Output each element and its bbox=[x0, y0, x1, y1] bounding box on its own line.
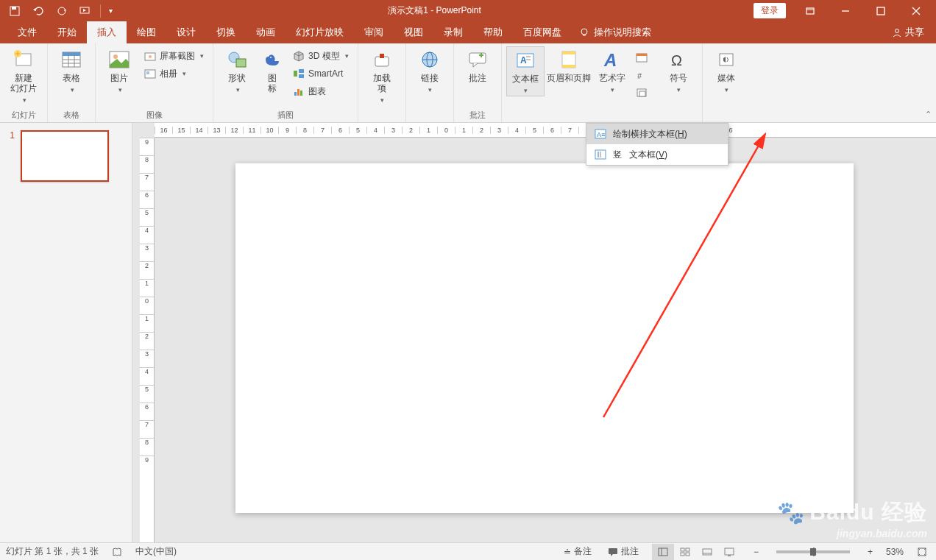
normal-view-button[interactable] bbox=[652, 544, 674, 560]
smartart-button[interactable]: SmartArt bbox=[288, 65, 353, 82]
object-button[interactable] bbox=[633, 85, 650, 101]
tab-baidu[interactable]: 百度网盘 bbox=[513, 21, 572, 43]
link-button[interactable]: 链接▾ bbox=[411, 46, 449, 95]
save-icon[interactable] bbox=[4, 2, 25, 20]
textbox-button[interactable]: A 文本框▾ bbox=[506, 46, 545, 96]
qat-customize-icon[interactable]: ▾ bbox=[105, 2, 116, 20]
sorter-view-button[interactable] bbox=[674, 544, 696, 560]
reading-view-button[interactable] bbox=[696, 544, 718, 560]
share-button[interactable]: 共享 bbox=[880, 21, 936, 43]
tell-me-search[interactable]: 操作说明搜索 bbox=[572, 21, 659, 43]
svg-point-10 bbox=[581, 29, 587, 35]
notes-button[interactable]: ≐ 备注 bbox=[561, 545, 595, 558]
vertical-textbox-icon bbox=[594, 148, 607, 161]
ribbon-display-icon[interactable] bbox=[793, 1, 827, 21]
slideshow-view-button[interactable] bbox=[718, 544, 740, 560]
tab-record[interactable]: 录制 bbox=[433, 21, 473, 43]
minimize-icon[interactable] bbox=[829, 1, 862, 21]
tab-design[interactable]: 设计 bbox=[166, 21, 206, 43]
tab-insert[interactable]: 插入 bbox=[87, 21, 127, 43]
tab-slideshow[interactable]: 幻灯片放映 bbox=[286, 21, 354, 43]
svg-rect-62 bbox=[609, 548, 617, 554]
slide-editor[interactable]: 1615141312111098765432101234567891011121… bbox=[132, 123, 936, 542]
svg-point-22 bbox=[113, 54, 118, 59]
svg-text:Ω: Ω bbox=[671, 52, 682, 68]
zoom-slider[interactable] bbox=[776, 550, 850, 553]
media-button[interactable]: 媒体▾ bbox=[707, 46, 745, 95]
svg-rect-28 bbox=[236, 59, 246, 67]
svg-point-29 bbox=[270, 57, 272, 58]
group-media: 媒体▾ bbox=[703, 43, 750, 122]
comments-button[interactable]: 批注 bbox=[605, 545, 642, 558]
svg-rect-34 bbox=[297, 89, 299, 96]
svg-rect-67 bbox=[681, 553, 684, 556]
header-footer-button[interactable]: 页眉和页脚 bbox=[546, 46, 592, 83]
zoom-in-button[interactable]: + bbox=[865, 547, 876, 557]
speaker-icon bbox=[715, 48, 738, 71]
number-icon: # bbox=[636, 69, 648, 81]
svg-rect-63 bbox=[659, 548, 667, 556]
group-comments: 批注 批注 bbox=[454, 43, 502, 122]
redo-icon[interactable] bbox=[52, 2, 72, 20]
comment-button[interactable]: 批注 bbox=[458, 46, 497, 83]
group-addins: 加载 项▾ bbox=[358, 43, 406, 122]
icons-button[interactable]: 图 标 bbox=[258, 46, 287, 93]
tab-view[interactable]: 视图 bbox=[394, 21, 433, 43]
chart-button[interactable]: 图表 bbox=[288, 83, 353, 99]
slide-count[interactable]: 幻灯片 第 1 张，共 1 张 bbox=[6, 545, 99, 558]
slide-thumbnails-pane[interactable]: 1 bbox=[0, 123, 132, 542]
undo-icon[interactable] bbox=[28, 2, 49, 20]
slideshow-from-start-icon[interactable] bbox=[75, 2, 96, 20]
chart-icon bbox=[293, 85, 305, 97]
svg-text:A: A bbox=[603, 50, 617, 69]
tab-review[interactable]: 审阅 bbox=[354, 21, 394, 43]
tab-animations[interactable]: 动画 bbox=[246, 21, 286, 43]
tab-help[interactable]: 帮助 bbox=[473, 21, 513, 43]
slide-canvas[interactable] bbox=[235, 163, 854, 513]
svg-rect-30 bbox=[294, 71, 297, 77]
group-illustrations: 形状▾ 图 标 3D 模型▾ SmartArt 图表 插图 bbox=[213, 43, 358, 122]
thumbnail-preview bbox=[21, 130, 109, 182]
tab-transitions[interactable]: 切换 bbox=[206, 21, 246, 43]
duck-icon bbox=[260, 48, 284, 71]
object-icon bbox=[636, 87, 648, 99]
zoom-level[interactable]: 53% bbox=[886, 547, 904, 557]
new-slide-icon bbox=[12, 48, 35, 71]
svg-rect-53 bbox=[639, 91, 645, 96]
addins-button[interactable]: 加载 项▾ bbox=[363, 46, 401, 105]
new-slide-button[interactable]: 新建 幻灯片▾ bbox=[4, 46, 43, 105]
symbols-button[interactable]: Ω 符号▾ bbox=[659, 46, 698, 95]
window-title: 演示文稿1 - PowerPoint bbox=[116, 4, 754, 17]
shapes-button[interactable]: 形状▾ bbox=[218, 46, 256, 95]
tab-home[interactable]: 开始 bbox=[47, 21, 87, 43]
login-button[interactable]: 登录 bbox=[754, 3, 786, 18]
photo-album-button[interactable]: 相册▾ bbox=[140, 65, 208, 82]
person-icon bbox=[892, 27, 902, 38]
slide-number-button[interactable]: # bbox=[633, 67, 650, 83]
quick-access-toolbar: ▾ bbox=[0, 2, 116, 20]
slide-thumbnail-1[interactable]: 1 bbox=[6, 130, 126, 182]
horizontal-textbox-item[interactable]: A≡ 绘制横排文本框(H) bbox=[586, 124, 728, 144]
date-time-button[interactable] bbox=[633, 49, 650, 65]
pictures-button[interactable]: 图片▾ bbox=[100, 46, 138, 95]
3d-models-button[interactable]: 3D 模型▾ bbox=[288, 48, 353, 64]
collapse-ribbon-icon[interactable]: ⌃ bbox=[925, 110, 932, 119]
group-images: 图片▾ 屏幕截图▾ 相册▾ 图像 bbox=[96, 43, 213, 122]
fit-to-window-button[interactable] bbox=[914, 547, 930, 557]
vertical-ruler: 9876543210123456789 bbox=[140, 138, 155, 542]
omega-icon: Ω bbox=[667, 48, 690, 71]
svg-rect-66 bbox=[686, 548, 689, 551]
vertical-textbox-item[interactable]: 竖 文本框(V) bbox=[586, 144, 728, 165]
spellcheck-button[interactable] bbox=[109, 547, 125, 557]
tab-file[interactable]: 文件 bbox=[7, 21, 47, 43]
maximize-icon[interactable] bbox=[864, 1, 898, 21]
zoom-out-button[interactable]: − bbox=[751, 547, 762, 557]
table-button[interactable]: 表格▾ bbox=[52, 46, 91, 95]
tab-draw[interactable]: 绘图 bbox=[127, 21, 166, 43]
shapes-icon bbox=[225, 48, 249, 71]
svg-rect-4 bbox=[806, 8, 814, 14]
language-button[interactable]: 中文(中国) bbox=[135, 545, 177, 558]
screenshot-button[interactable]: 屏幕截图▾ bbox=[140, 48, 208, 64]
close-icon[interactable] bbox=[899, 1, 933, 21]
wordart-button[interactable]: A 艺术字▾ bbox=[593, 46, 631, 95]
